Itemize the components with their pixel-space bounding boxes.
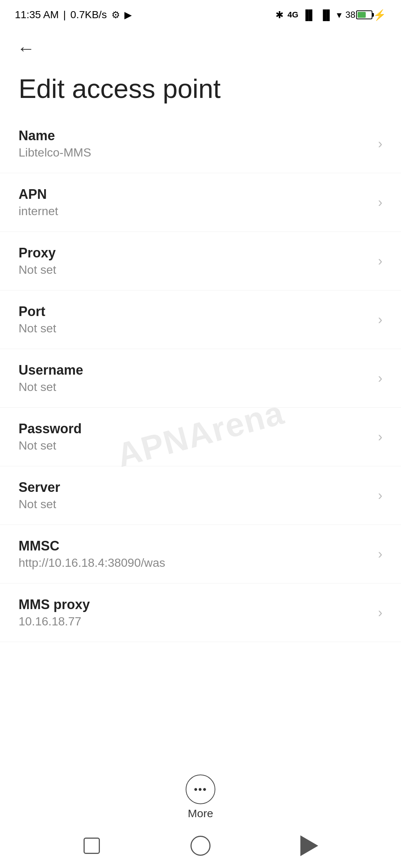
chevron-right-icon: › <box>378 195 382 210</box>
charging-icon: ⚡ <box>373 9 386 21</box>
settings-item-value: Not set <box>19 497 378 511</box>
settings-item-value: Not set <box>19 263 378 277</box>
settings-item-content: APNinternet <box>19 187 378 218</box>
more-label: More <box>188 807 213 820</box>
camera-icon: ▶ <box>124 9 132 21</box>
settings-item-value: Not set <box>19 322 378 335</box>
signal-bars2-icon: ▐▌ <box>319 9 333 21</box>
settings-item-label: Username <box>19 362 378 378</box>
settings-item-content: MMSChttp://10.16.18.4:38090/was <box>19 538 378 570</box>
settings-item-content: ServerNot set <box>19 480 378 511</box>
top-nav: ← <box>0 30 401 63</box>
settings-item-content: MMS proxy10.16.18.77 <box>19 597 378 628</box>
back-arrow-icon: ← <box>17 38 35 59</box>
more-button[interactable]: ••• More <box>0 775 401 820</box>
settings-item-label: Server <box>19 480 378 495</box>
settings-item-username[interactable]: UsernameNot set› <box>0 349 401 408</box>
settings-item-value: http://10.16.18.4:38090/was <box>19 556 378 570</box>
settings-item-content: ProxyNot set <box>19 245 378 277</box>
settings-item-label: Password <box>19 421 378 437</box>
page-title: Edit access point <box>0 63 401 115</box>
settings-item-value: 10.16.18.77 <box>19 615 378 628</box>
chevron-right-icon: › <box>378 605 382 621</box>
chevron-right-icon: › <box>378 253 382 269</box>
more-dots-icon: ••• <box>194 783 207 795</box>
signal-bars-icon: ▐▌ <box>302 9 316 21</box>
bluetooth-icon: ✱ <box>276 9 284 21</box>
settings-item-value: Libtelco-MMS <box>19 146 378 160</box>
settings-item-content: PortNot set <box>19 304 378 335</box>
settings-item-content: UsernameNot set <box>19 362 378 394</box>
settings-item-value: Not set <box>19 439 378 453</box>
chevron-right-icon: › <box>378 546 382 562</box>
back-icon <box>300 835 318 856</box>
nav-bar <box>0 823 401 868</box>
chevron-right-icon: › <box>378 312 382 328</box>
nav-back-button[interactable] <box>294 831 324 861</box>
battery-indicator: 38 ⚡ <box>345 9 386 21</box>
settings-item-name[interactable]: NameLibtelco-MMS› <box>0 115 401 173</box>
back-button[interactable]: ← <box>15 37 37 59</box>
signal-4g-icon: 4G <box>287 10 298 20</box>
settings-item-server[interactable]: ServerNot set› <box>0 466 401 525</box>
home-icon <box>190 836 211 856</box>
status-right: ✱ 4G ▐▌ ▐▌ ▾ 38 ⚡ <box>276 9 386 21</box>
chevron-right-icon: › <box>378 429 382 445</box>
settings-item-mms-proxy[interactable]: MMS proxy10.16.18.77› <box>0 583 401 642</box>
settings-item-value: Not set <box>19 380 378 394</box>
settings-list: NameLibtelco-MMS›APNinternet›ProxyNot se… <box>0 115 401 642</box>
status-left: 11:35 AM | 0.7KB/s ⚙ ▶ <box>15 9 132 21</box>
settings-item-content: NameLibtelco-MMS <box>19 128 378 160</box>
more-circle-icon: ••• <box>186 775 215 804</box>
status-separator: | <box>63 9 66 21</box>
battery-icon <box>356 10 372 19</box>
settings-item-label: Port <box>19 304 378 319</box>
settings-item-apn[interactable]: APNinternet› <box>0 173 401 232</box>
recents-icon <box>84 838 100 854</box>
chevron-right-icon: › <box>378 136 382 152</box>
status-time: 11:35 AM <box>15 9 59 21</box>
chevron-right-icon: › <box>378 488 382 503</box>
settings-item-mmsc[interactable]: MMSChttp://10.16.18.4:38090/was› <box>0 525 401 583</box>
settings-item-password[interactable]: PasswordNot set› <box>0 408 401 466</box>
settings-item-label: Name <box>19 128 378 144</box>
chevron-right-icon: › <box>378 371 382 386</box>
settings-item-label: APN <box>19 187 378 202</box>
status-speed: 0.7KB/s <box>71 9 107 21</box>
status-bar: 11:35 AM | 0.7KB/s ⚙ ▶ ✱ 4G ▐▌ ▐▌ ▾ 38 ⚡ <box>0 0 401 30</box>
settings-icon: ⚙ <box>111 9 120 21</box>
settings-item-value: internet <box>19 204 378 218</box>
settings-item-content: PasswordNot set <box>19 421 378 453</box>
settings-item-label: MMSC <box>19 538 378 554</box>
nav-home-button[interactable] <box>186 831 215 861</box>
settings-item-port[interactable]: PortNot set› <box>0 290 401 349</box>
settings-item-label: MMS proxy <box>19 597 378 612</box>
settings-item-proxy[interactable]: ProxyNot set› <box>0 232 401 290</box>
wifi-icon: ▾ <box>337 9 342 21</box>
nav-recents-button[interactable] <box>77 831 107 861</box>
battery-percent: 38 <box>345 10 355 20</box>
settings-item-label: Proxy <box>19 245 378 261</box>
